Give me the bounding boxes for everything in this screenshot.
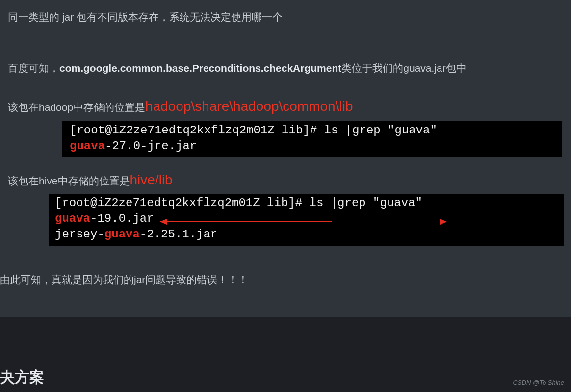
terminal-line: [root@iZ2ze71edtq2kxflzq2m01Z lib]# ls |…	[55, 195, 558, 211]
terminal-prompt: [root@iZ2ze71edtq2kxflzq2m01Z lib]# ls |…	[55, 196, 422, 209]
hadoop-label: 该包在hadoop中存储的位置是	[8, 102, 145, 113]
text-prefix: 百度可知，	[8, 62, 59, 74]
terminal-hadoop: [root@iZ2ze71edtq2kxflzq2m01Z lib]# ls |…	[62, 121, 562, 157]
terminal-match: guava	[70, 139, 105, 153]
hive-location-line: 该包在hive中存储的位置是hive/lib	[8, 169, 571, 191]
text-suffix: 类位于我们的guava.jar包中	[341, 62, 466, 74]
terminal-text: -19.0.jar	[90, 212, 154, 225]
terminal-text: -27.0-jre.jar	[105, 139, 197, 153]
watermark: CSDN @To Shine	[513, 378, 564, 388]
terminal-line: [root@iZ2ze71edtq2kxflzq2m01Z lib]# ls |…	[70, 123, 554, 138]
terminal-line: guava-19.0.jar	[55, 211, 558, 227]
terminal-text: jersey-	[55, 228, 104, 241]
class-name-strong: com.google.common.base.Preconditions.che…	[59, 62, 341, 74]
terminal-line: jersey-guava-2.25.1.jar	[55, 227, 558, 242]
terminal-prompt: [root@iZ2ze71edtq2kxflzq2m01Z lib]# ls |…	[70, 124, 437, 137]
terminal-match: guava	[55, 212, 90, 225]
hadoop-location-line: 该包在hadoop中存储的位置是hadoop\share\hadoop\comm…	[8, 96, 571, 118]
paragraph-conclusion: 由此可知，真就是因为我们的jar问题导致的错误！！！	[0, 271, 571, 288]
terminal-hive: [root@iZ2ze71edtq2kxflzq2m01Z lib]# ls |…	[49, 194, 564, 246]
article-body: 同一类型的 jar 包有不同版本存在，系统无法决定使用哪一个 百度可知，com.…	[0, 9, 571, 287]
solution-section: 夬方案	[0, 317, 571, 392]
solution-heading: 夬方案	[0, 366, 44, 389]
paragraph-baidu: 百度可知，com.google.common.base.Precondition…	[8, 60, 571, 77]
hive-label: 该包在hive中存储的位置是	[8, 175, 130, 186]
paragraph-intro: 同一类型的 jar 包有不同版本存在，系统无法决定使用哪一个	[8, 9, 571, 26]
terminal-match: guava	[104, 228, 140, 241]
terminal-text: -2.25.1.jar	[140, 228, 217, 241]
terminal-line: guava-27.0-jre.jar	[70, 138, 554, 154]
hive-path: hive/lib	[130, 172, 173, 187]
hadoop-path: hadoop\share\hadoop\common\lib	[145, 99, 353, 114]
